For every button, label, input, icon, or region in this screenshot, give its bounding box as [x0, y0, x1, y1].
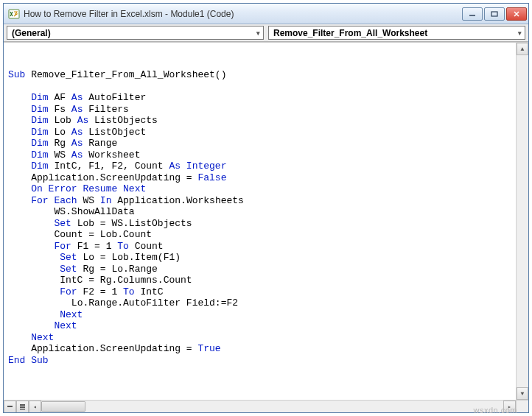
vertical-scrollbar[interactable]: ▲ ▼ — [516, 43, 528, 400]
procedure-dropdown[interactable]: Remove_Filter_From_All_Worksheet ▾ — [268, 26, 525, 40]
horizontal-scroll-thumb[interactable] — [41, 401, 85, 412]
scroll-up-button[interactable]: ▲ — [517, 43, 528, 55]
horizontal-scroll-track[interactable] — [41, 401, 503, 412]
object-dropdown[interactable]: (General) ▾ — [7, 26, 264, 40]
svg-rect-2 — [491, 12, 497, 16]
object-dropdown-value: (General) — [12, 28, 51, 38]
scroll-left-button[interactable]: ◂ — [29, 401, 41, 412]
procedure-view-button[interactable] — [4, 401, 16, 412]
chevron-down-icon: ▾ — [518, 29, 522, 37]
code-content[interactable]: Sub Remove_Filter_From_All_Worksheet() D… — [4, 68, 528, 366]
code-editor[interactable]: Sub Remove_Filter_From_All_Worksheet() D… — [4, 42, 528, 412]
close-button[interactable] — [506, 7, 527, 21]
scrollbar-corner — [516, 400, 528, 412]
svg-rect-5 — [20, 406, 25, 408]
svg-rect-4 — [20, 404, 25, 406]
vba-module-icon — [8, 8, 20, 20]
svg-rect-3 — [7, 406, 13, 407]
window-title: How to Remove Filter in Excel.xlsm - Mod… — [24, 9, 462, 19]
object-procedure-bar: (General) ▾ Remove_Filter_From_All_Works… — [4, 24, 528, 42]
svg-rect-6 — [20, 409, 25, 410]
watermark: wsxdn.com — [473, 406, 517, 415]
full-module-view-button[interactable] — [16, 401, 29, 412]
titlebar[interactable]: How to Remove Filter in Excel.xlsm - Mod… — [4, 4, 528, 24]
minimize-button[interactable] — [462, 7, 483, 21]
scroll-down-button[interactable]: ▼ — [517, 387, 528, 400]
maximize-button[interactable] — [484, 7, 505, 21]
chevron-down-icon: ▾ — [256, 29, 260, 37]
vba-code-window: How to Remove Filter in Excel.xlsm - Mod… — [3, 3, 529, 413]
procedure-dropdown-value: Remove_Filter_From_All_Worksheet — [273, 28, 427, 38]
horizontal-scrollbar[interactable]: ◂ ▸ — [4, 400, 516, 412]
